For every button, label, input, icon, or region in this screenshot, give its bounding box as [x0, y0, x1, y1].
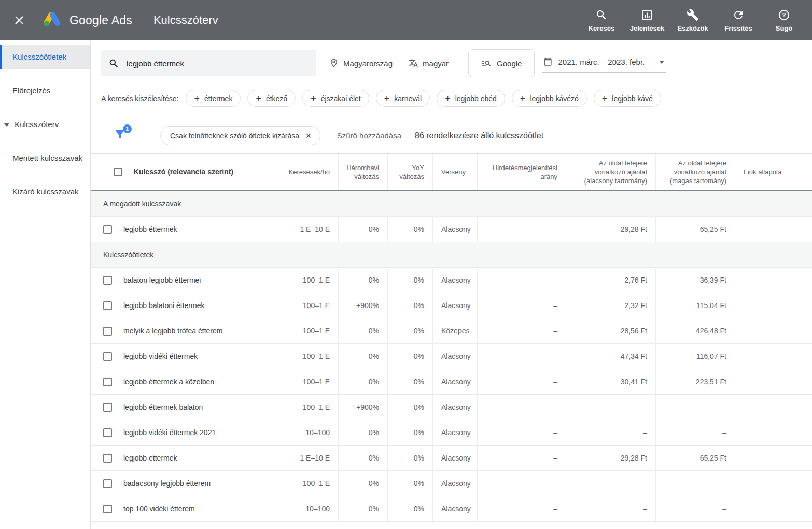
column-header-2[interactable]: Keresések/hó: [242, 154, 339, 190]
broaden-chip[interactable]: + legjobb kávé: [594, 90, 661, 107]
sidebar-item-3[interactable]: Kulcsszóterv: [0, 112, 90, 136]
filter-funnel-button[interactable]: 1: [114, 128, 127, 144]
competition-cell: Közepes: [433, 318, 478, 343]
add-filter-button[interactable]: Szűrő hozzáadása: [337, 131, 401, 140]
sidebar-item-1[interactable]: Kulcsszóötletek: [0, 45, 90, 69]
plus-icon: +: [384, 94, 390, 103]
keyword-search-input[interactable]: [127, 59, 309, 68]
page-title: Kulcsszóterv: [153, 13, 218, 27]
top-bid-low-cell: 2,76 Ft: [566, 268, 656, 293]
column-header-4[interactable]: YoY változás: [388, 154, 433, 190]
keyword-search-box[interactable]: [101, 50, 316, 76]
network-value: Google: [497, 59, 522, 68]
yoy-change-cell: 0%: [388, 369, 433, 394]
competition-cell: Alacsony: [433, 293, 478, 318]
ad-impression-share-cell: –: [478, 369, 566, 394]
three-month-change-cell: 0%: [339, 369, 388, 394]
remove-filter-icon[interactable]: ✕: [305, 132, 312, 140]
yoy-change-cell: 0%: [388, 496, 433, 521]
broaden-chip[interactable]: + legjobb kávézó: [512, 90, 587, 107]
row-checkbox[interactable]: [103, 378, 112, 386]
three-month-change-cell: 0%: [339, 496, 388, 521]
sidebar-item-2[interactable]: Előrejelzés: [0, 78, 90, 103]
nav-eszközök[interactable]: Eszközök: [670, 4, 716, 37]
table-row: legjobb éttermek balaton 100–1 E +900% 0…: [91, 395, 812, 420]
broaden-chip[interactable]: + étkező: [247, 90, 296, 107]
row-checkbox[interactable]: [103, 428, 112, 437]
column-header-9[interactable]: Fiók állapota: [735, 154, 807, 190]
sidebar-item-label: Előrejelzés: [12, 86, 50, 95]
ad-impression-share-cell: –: [478, 344, 566, 369]
column-header-6[interactable]: Hirdetésmegjelenítési arány: [478, 154, 566, 190]
row-checkbox[interactable]: [103, 505, 112, 513]
calendar-icon: [543, 57, 553, 67]
broaden-chip[interactable]: + karnevál: [376, 90, 430, 107]
date-range-selector[interactable]: 2021. márc. – 2023. febr.: [542, 54, 666, 73]
competition-cell: Alacsony: [433, 395, 478, 420]
column-header-7[interactable]: Az oldal tetejére vonatkozó ajánlat (ala…: [566, 154, 656, 190]
table-row: balaton legjobb éttermei 100–1 E 0% 0% A…: [91, 268, 812, 293]
nav-label: Eszközök: [677, 24, 708, 32]
yoy-change-cell: 0%: [388, 395, 433, 420]
translate-icon: [408, 58, 418, 68]
column-header-3[interactable]: Háromhavi változás: [339, 154, 388, 190]
select-all-checkbox[interactable]: [114, 168, 122, 176]
broaden-search-row: A keresés kiszélesítése: + éttermek + ét…: [101, 90, 804, 107]
result-count-text: 86 rendelkezésre álló kulcsszóötlet: [415, 131, 543, 141]
broaden-chip[interactable]: + legjobb ebéd: [437, 90, 505, 107]
location-selector[interactable]: Magyarország: [329, 58, 393, 68]
chip-label: éjszakai élet: [321, 94, 361, 103]
plan-controls: Magyarország magyar Google 2021. márc. –…: [101, 49, 804, 77]
column-header-8[interactable]: Az oldal tetejére vonatkozó ajánlat (mag…: [656, 154, 735, 190]
network-selector-button[interactable]: Google: [468, 49, 535, 77]
competition-cell: Alacsony: [433, 420, 478, 445]
top-bid-high-cell: –: [656, 471, 735, 496]
three-month-change-cell: 0%: [339, 420, 388, 445]
location-value: Magyarország: [343, 59, 393, 68]
row-checkbox[interactable]: [103, 352, 112, 361]
broaden-chip[interactable]: + éttermek: [186, 90, 241, 107]
keyword-text: balaton legjobb éttermei: [123, 276, 201, 284]
sidebar-item-4[interactable]: Mentett kulcsszavak: [0, 146, 90, 170]
account-status-cell: [735, 293, 807, 318]
row-checkbox[interactable]: [103, 276, 112, 285]
row-checkbox[interactable]: [103, 403, 112, 412]
language-selector[interactable]: magyar: [408, 58, 449, 68]
searches-cell: 10–100: [242, 496, 339, 521]
account-status-cell: [735, 268, 807, 293]
keyword-text: badacsony legjobb étterem: [123, 479, 211, 488]
table-row: legjobb éttermek 1 E–10 E 0% 0% Alacsony…: [91, 217, 812, 242]
plus-icon: +: [520, 94, 526, 103]
reports-icon: [641, 9, 653, 21]
nav-frissítés[interactable]: Frissítés: [716, 4, 761, 37]
refresh-icon: [732, 9, 745, 21]
row-checkbox[interactable]: [103, 225, 112, 234]
row-checkbox[interactable]: [103, 301, 112, 310]
keyword-text: melyik a legjobb trófea étterem: [123, 327, 222, 335]
sidebar-item-5[interactable]: Kizáró kulcsszavak: [0, 179, 90, 204]
row-checkbox[interactable]: [103, 479, 112, 488]
sidebar: Kulcsszóötletek Előrejelzés Kulcsszóterv…: [0, 40, 91, 529]
yoy-change-cell: 0%: [388, 217, 433, 242]
three-month-change-cell: +900%: [339, 395, 388, 420]
top-bid-high-cell: –: [656, 420, 735, 445]
nav-keresés[interactable]: Keresés: [579, 4, 624, 37]
row-checkbox[interactable]: [103, 327, 112, 336]
nav-jelentések[interactable]: Jelentések: [624, 4, 670, 37]
row-checkbox[interactable]: [103, 454, 112, 463]
nav-label: Keresés: [589, 24, 615, 32]
broaden-chip[interactable]: + éjszakai élet: [302, 90, 369, 107]
top-bid-low-cell: 30,41 Ft: [566, 369, 656, 394]
location-pin-icon: [329, 58, 339, 68]
column-header-1[interactable]: Kulcsszó (relevancia szerint): [91, 154, 242, 190]
nav-súgó[interactable]: ? Súgó: [761, 4, 807, 37]
close-icon[interactable]: [13, 15, 25, 26]
active-filter-chip[interactable]: Csak felnőtteknek szóló ötletek kizárása…: [160, 126, 320, 145]
competition-cell: Alacsony: [433, 446, 478, 470]
column-header-5[interactable]: Verseny: [433, 154, 478, 190]
tools-icon: [687, 9, 699, 21]
ad-impression-share-cell: –: [478, 496, 566, 521]
language-value: magyar: [423, 59, 449, 68]
nav-label: Jelentések: [630, 24, 665, 32]
keyword-text: legjobb ettermek: [123, 454, 177, 462]
